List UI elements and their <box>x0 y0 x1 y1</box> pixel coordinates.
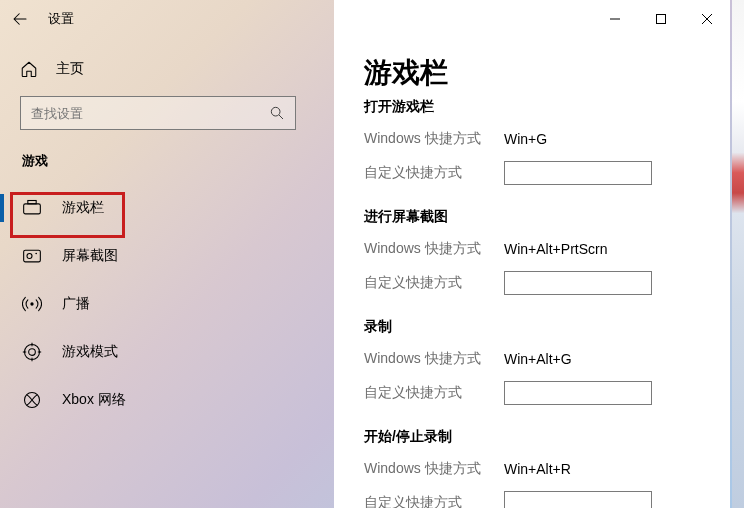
shortcut-row: Windows 快捷方式 Win+Alt+PrtScrn <box>364 232 730 266</box>
search-icon <box>269 105 285 121</box>
nav-game-mode[interactable]: 游戏模式 <box>0 328 320 376</box>
section-heading: 录制 <box>364 318 730 336</box>
svg-point-9 <box>30 302 33 305</box>
category-title: 游戏 <box>0 152 320 184</box>
section-heading: 开始/停止录制 <box>364 428 730 446</box>
win-shortcut-label: Windows 快捷方式 <box>364 240 504 258</box>
sidebar: 主页 游戏 游戏栏 屏幕截图 广播 游戏模式 Xbox 网络 <box>0 38 320 508</box>
minimize-button[interactable] <box>592 0 638 38</box>
game-mode-icon <box>22 342 42 362</box>
shortcut-row: Windows 快捷方式 Win+Alt+R <box>364 452 730 486</box>
back-button[interactable] <box>0 0 40 38</box>
custom-shortcut-input[interactable] <box>504 271 652 295</box>
app-title: 设置 <box>48 10 74 28</box>
win-shortcut-label: Windows 快捷方式 <box>364 350 504 368</box>
custom-shortcut-row: 自定义快捷方式 <box>364 156 730 190</box>
shortcut-row: Windows 快捷方式 Win+Alt+G <box>364 342 730 376</box>
window-controls <box>592 0 730 38</box>
xbox-icon <box>22 390 42 410</box>
maximize-button[interactable] <box>638 0 684 38</box>
arrow-left-icon <box>11 10 29 28</box>
custom-shortcut-label: 自定义快捷方式 <box>364 164 504 182</box>
home-label: 主页 <box>56 60 84 78</box>
custom-shortcut-row: 自定义快捷方式 <box>364 376 730 410</box>
nav-label: 游戏栏 <box>62 199 104 217</box>
svg-rect-1 <box>657 15 666 24</box>
home-link[interactable]: 主页 <box>0 56 320 96</box>
nav-label: 屏幕截图 <box>62 247 118 265</box>
search-box[interactable] <box>20 96 296 130</box>
titlebar: 设置 <box>0 0 744 38</box>
custom-shortcut-row: 自定义快捷方式 <box>364 266 730 300</box>
close-icon <box>701 13 713 25</box>
svg-point-2 <box>271 107 280 116</box>
custom-shortcut-label: 自定义快捷方式 <box>364 494 504 508</box>
section-heading: 进行屏幕截图 <box>364 208 730 226</box>
nav-broadcast[interactable]: 广播 <box>0 280 320 328</box>
custom-shortcut-input[interactable] <box>504 161 652 185</box>
nav-captures[interactable]: 屏幕截图 <box>0 232 320 280</box>
desktop-strip <box>732 0 744 508</box>
svg-point-10 <box>25 345 40 360</box>
maximize-icon <box>655 13 667 25</box>
shortcut-value: Win+Alt+PrtScrn <box>504 241 607 257</box>
custom-shortcut-input[interactable] <box>504 381 652 405</box>
search-input[interactable] <box>31 106 251 121</box>
win-shortcut-label: Windows 快捷方式 <box>364 130 504 148</box>
minimize-icon <box>609 13 621 25</box>
captures-icon <box>22 246 42 266</box>
shortcut-value: Win+G <box>504 131 547 147</box>
svg-point-7 <box>27 254 32 259</box>
nav-label: 广播 <box>62 295 90 313</box>
shortcut-value: Win+Alt+R <box>504 461 571 477</box>
nav-game-bar[interactable]: 游戏栏 <box>0 184 320 232</box>
custom-shortcut-row: 自定义快捷方式 <box>364 486 730 508</box>
nav-label: 游戏模式 <box>62 343 118 361</box>
svg-point-11 <box>29 349 36 356</box>
custom-shortcut-label: 自定义快捷方式 <box>364 384 504 402</box>
nav-xbox-network[interactable]: Xbox 网络 <box>0 376 320 424</box>
svg-line-3 <box>279 115 283 119</box>
content-pane: 游戏栏 打开游戏栏 Windows 快捷方式 Win+G 自定义快捷方式 进行屏… <box>334 0 730 508</box>
custom-shortcut-label: 自定义快捷方式 <box>364 274 504 292</box>
svg-rect-4 <box>24 204 41 214</box>
broadcast-icon <box>22 294 42 314</box>
win-shortcut-label: Windows 快捷方式 <box>364 460 504 478</box>
svg-rect-5 <box>28 201 36 204</box>
section-heading: 打开游戏栏 <box>364 98 730 116</box>
close-button[interactable] <box>684 0 730 38</box>
custom-shortcut-input[interactable] <box>504 491 652 508</box>
shortcut-value: Win+Alt+G <box>504 351 572 367</box>
svg-point-8 <box>35 253 37 255</box>
shortcut-row: Windows 快捷方式 Win+G <box>364 122 730 156</box>
game-bar-icon <box>22 198 42 218</box>
nav-label: Xbox 网络 <box>62 391 126 409</box>
home-icon <box>20 60 38 78</box>
page-title: 游戏栏 <box>364 54 730 92</box>
